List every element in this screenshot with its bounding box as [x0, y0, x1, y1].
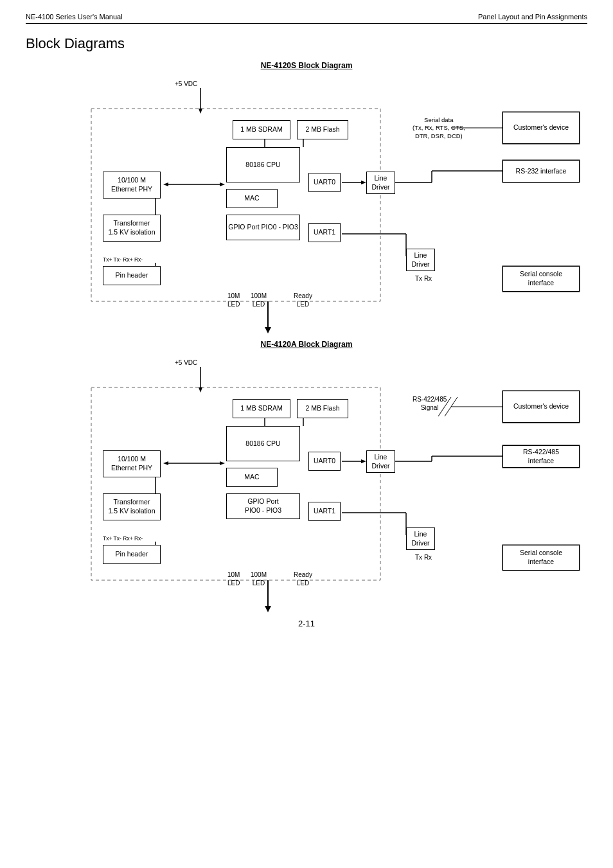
- diagram1-led-10m: 10MLED: [227, 292, 240, 308]
- page-title: Block Diagrams: [26, 35, 587, 52]
- diagram1-line-driver2: LineDriver: [406, 249, 435, 271]
- svg-marker-5: [199, 109, 202, 114]
- diagram2-customer-device: Customer's device: [502, 391, 580, 423]
- diagram1-container: +5 VDC 1 MB SDRAM 2 MB Flash 80186 CPU M…: [27, 76, 586, 321]
- diagram1-sdram: 1 MB SDRAM: [233, 120, 290, 139]
- diagram2-vdc-label: +5 VDC: [175, 359, 197, 367]
- diagram1-line-driver1: LineDriver: [366, 172, 395, 194]
- diagram1-serial-console: Serial consoleinterface: [502, 266, 580, 292]
- svg-marker-35: [199, 387, 202, 393]
- svg-marker-46: [361, 459, 366, 463]
- svg-marker-58: [265, 606, 271, 612]
- diagram2-line-driver2: LineDriver: [406, 527, 435, 550]
- diagram1-eth-phy: 10/100 MEthernet PHY: [103, 172, 161, 199]
- svg-marker-42: [220, 461, 225, 465]
- diagram2-flash: 2 MB Flash: [297, 399, 348, 418]
- diagram1-uart0: UART0: [308, 173, 341, 192]
- svg-marker-11: [163, 182, 168, 186]
- diagram2-title: NE-4120A Block Diagram: [26, 340, 587, 349]
- diagram2-transformer: Transformer1.5 KV isolation: [103, 493, 161, 520]
- diagram2-led-100m: 100MLED: [251, 571, 267, 587]
- diagram1-title: NE-4120S Block Diagram: [26, 61, 587, 70]
- diagram2-tx-rx: Tx Rx: [415, 553, 432, 562]
- diagram2-sdram: 1 MB SDRAM: [233, 399, 290, 418]
- header-right: Panel Layout and Pin Assignments: [478, 13, 587, 21]
- diagram1-led-ready: ReadyLED: [294, 292, 312, 308]
- diagram1-flash: 2 MB Flash: [297, 120, 348, 139]
- diagram1-uart1: UART1: [308, 223, 341, 242]
- diagram1-customer-device: Customer's device: [502, 112, 580, 144]
- diagram1-vdc-label: +5 VDC: [175, 80, 197, 88]
- svg-marker-12: [220, 182, 225, 186]
- svg-marker-17: [361, 181, 366, 184]
- diagram1-mac: MAC: [226, 189, 278, 208]
- diagram1-gpio: GPIO Port PIO0 - PIO3: [226, 215, 300, 240]
- diagram2-pin-labels: Tx+ Tx- Rx+ Rx-: [103, 535, 143, 542]
- diagram1-led-100m: 100MLED: [251, 292, 267, 308]
- diagram2-pin-header: Pin header: [103, 545, 161, 564]
- diagram1-pin-labels: Tx+ Tx- Rx+ Rx-: [103, 256, 143, 263]
- diagram1-pin-header: Pin header: [103, 266, 161, 285]
- diagram2-uart0: UART0: [308, 452, 341, 471]
- diagram1-tx-rx: Tx Rx: [415, 274, 432, 283]
- diagram1-cpu: 80186 CPU: [226, 147, 300, 182]
- diagram2-led-ready: ReadyLED: [294, 571, 312, 587]
- diagram2-mac: MAC: [226, 468, 278, 487]
- diagram1-transformer: Transformer1.5 KV isolation: [103, 215, 161, 242]
- header-left: NE-4100 Series User's Manual: [26, 13, 123, 21]
- page-number: 2-11: [298, 619, 315, 628]
- diagram2-container: +5 VDC 1 MB SDRAM 2 MB Flash 80186 CPU M…: [27, 355, 586, 599]
- diagram1-section: NE-4120S Block Diagram: [26, 61, 587, 321]
- diagram2-serial-console: Serial consoleinterface: [502, 545, 580, 571]
- diagram2-section: NE-4120A Block Diagram: [26, 340, 587, 599]
- page-footer: 2-11: [26, 619, 587, 628]
- diagram2-uart1: UART1: [308, 502, 341, 521]
- svg-marker-41: [163, 461, 168, 465]
- diagram2-eth-phy: 10/100 MEthernet PHY: [103, 450, 161, 477]
- diagram2-rs422-signal: RS-422/485Signal: [413, 395, 447, 412]
- diagram2-gpio: GPIO PortPIO0 - PIO3: [226, 493, 300, 519]
- diagram2-rs422: RS-422/485interface: [502, 445, 580, 468]
- diagram2-line-driver1: LineDriver: [366, 450, 395, 473]
- svg-marker-27: [265, 327, 271, 333]
- diagram2-led-10m: 10MLED: [227, 571, 240, 587]
- diagram1-serial-data: Serial data(Tx, Rx, RTS, CTS,DTR, DSR, D…: [413, 116, 465, 140]
- page-header: NE-4100 Series User's Manual Panel Layou…: [26, 13, 587, 24]
- diagram2-cpu: 80186 CPU: [226, 426, 300, 461]
- diagram1-rs232: RS-232 interface: [502, 160, 580, 182]
